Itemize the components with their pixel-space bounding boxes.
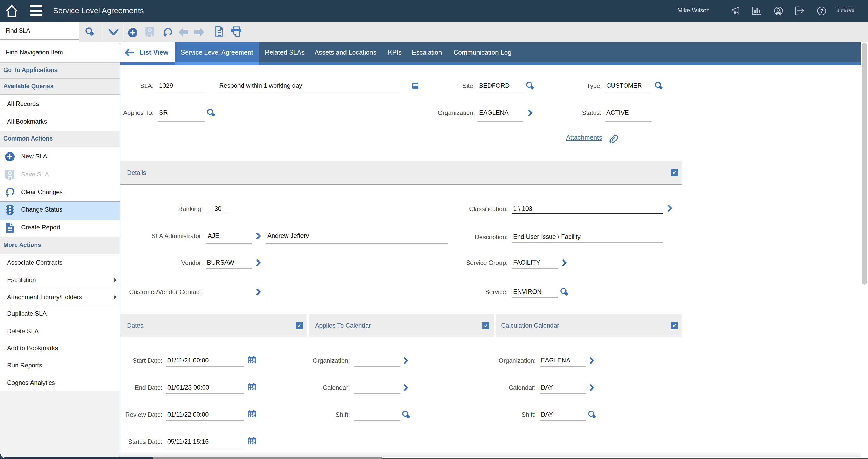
- svg-text:?: ?: [820, 8, 824, 14]
- svg-text:IBM: IBM: [837, 5, 855, 14]
